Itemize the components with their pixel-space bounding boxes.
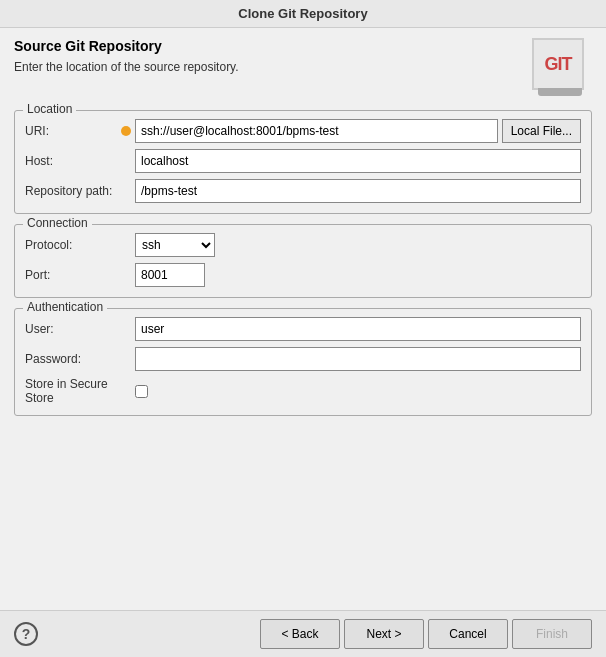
password-row: Password: (25, 347, 581, 371)
host-input[interactable] (135, 149, 581, 173)
help-button[interactable]: ? (14, 622, 38, 646)
auth-section-title: Authentication (23, 300, 107, 314)
password-input[interactable] (135, 347, 581, 371)
user-label: User: (25, 322, 135, 336)
user-input[interactable] (135, 317, 581, 341)
password-label: Password: (25, 352, 135, 366)
repo-path-input[interactable] (135, 179, 581, 203)
host-label: Host: (25, 154, 135, 168)
repo-path-label: Repository path: (25, 184, 135, 198)
port-row: Port: (25, 263, 581, 287)
location-section-title: Location (23, 102, 76, 116)
store-row: Store in Secure Store (25, 377, 581, 405)
connection-section-title: Connection (23, 216, 92, 230)
git-logo: GIT (532, 38, 584, 90)
location-section: Location URI: Local File... Host: Reposi… (14, 110, 592, 214)
footer-buttons: < Back Next > Cancel Finish (260, 619, 592, 649)
repo-path-row: Repository path: (25, 179, 581, 203)
protocol-row: Protocol: ssh git http https ftp sftp (25, 233, 581, 257)
auth-section: Authentication User: Password: Store in … (14, 308, 592, 416)
window-title: Clone Git Repository (238, 6, 367, 21)
local-file-button[interactable]: Local File... (502, 119, 581, 143)
host-row: Host: (25, 149, 581, 173)
protocol-label: Protocol: (25, 238, 135, 252)
footer: ? < Back Next > Cancel Finish (0, 610, 606, 657)
page-description: Enter the location of the source reposit… (14, 60, 239, 74)
port-label: Port: (25, 268, 135, 282)
finish-button[interactable]: Finish (512, 619, 592, 649)
uri-input[interactable] (135, 119, 498, 143)
next-button[interactable]: Next > (344, 619, 424, 649)
connection-section: Connection Protocol: ssh git http https … (14, 224, 592, 298)
store-checkbox[interactable] (135, 385, 148, 398)
port-input[interactable] (135, 263, 205, 287)
uri-label: URI: (25, 124, 135, 138)
git-icon: GIT (532, 38, 592, 98)
uri-row: URI: Local File... (25, 119, 581, 143)
uri-indicator (121, 126, 131, 136)
title-bar: Clone Git Repository (0, 0, 606, 28)
help-label: ? (22, 626, 31, 642)
protocol-select[interactable]: ssh git http https ftp sftp (135, 233, 215, 257)
back-button[interactable]: < Back (260, 619, 340, 649)
page-heading: Source Git Repository (14, 38, 239, 54)
store-label: Store in Secure Store (25, 377, 135, 405)
user-row: User: (25, 317, 581, 341)
cancel-button[interactable]: Cancel (428, 619, 508, 649)
